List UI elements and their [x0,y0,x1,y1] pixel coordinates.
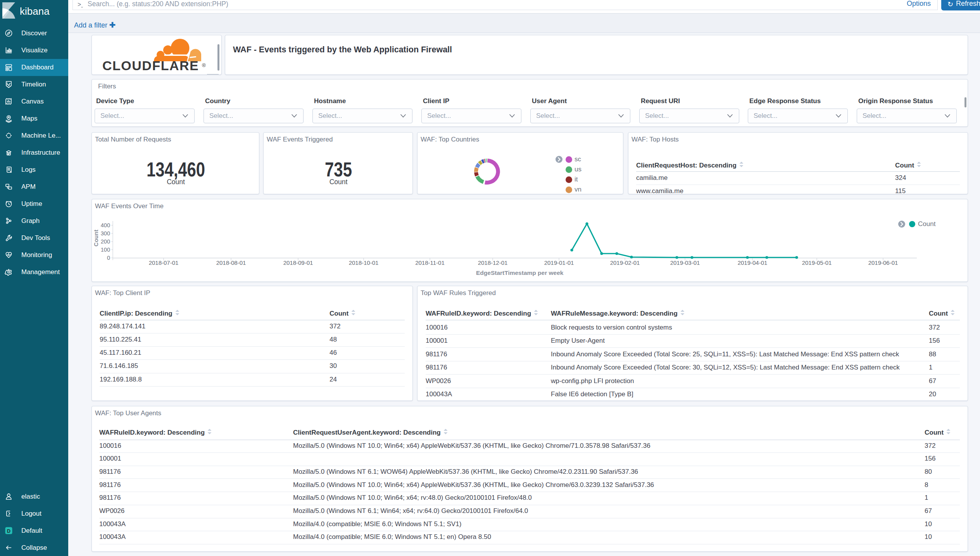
svg-text:400: 400 [101,222,110,228]
svg-text:Count: Count [93,230,99,246]
svg-text:D: D [7,528,10,534]
svg-text:300: 300 [101,230,110,237]
svg-text:200: 200 [101,238,110,245]
svg-text:0: 0 [107,255,110,261]
svg-text:100: 100 [101,247,110,253]
